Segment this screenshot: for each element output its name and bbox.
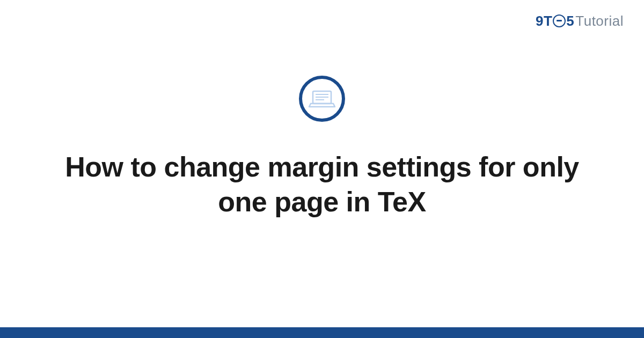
main-content: How to change margin settings for only o… xyxy=(0,0,644,338)
article-title: How to change margin settings for only o… xyxy=(54,150,590,219)
laptop-icon xyxy=(299,76,345,124)
svg-point-0 xyxy=(301,77,343,120)
footer-bar xyxy=(0,327,644,338)
